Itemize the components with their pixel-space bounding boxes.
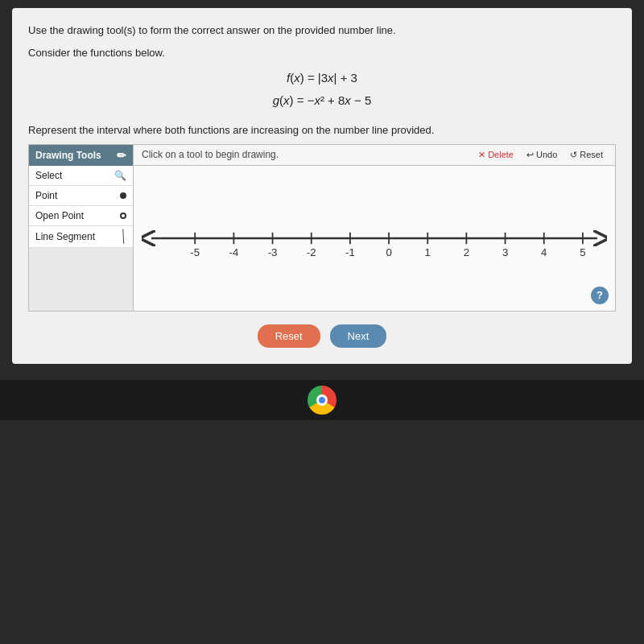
point-icon bbox=[120, 190, 126, 201]
toolbar-buttons: ✕ Delete ↩ Undo ↺ Reset bbox=[474, 148, 607, 162]
svg-text:-2: -2 bbox=[307, 246, 316, 258]
chrome-logo bbox=[308, 386, 336, 415]
tool-line-segment-label: Line Segment bbox=[35, 231, 95, 242]
chrome-logo-inner bbox=[316, 394, 328, 406]
svg-text:-4: -4 bbox=[229, 246, 239, 258]
tool-point-label: Point bbox=[35, 190, 57, 201]
svg-text:4: 4 bbox=[541, 246, 547, 258]
line-segment-icon: ╱ bbox=[118, 229, 130, 244]
delete-label: Delete bbox=[488, 150, 514, 159]
number-line-container[interactable]: -5 -4 -3 -2 -1 bbox=[134, 166, 615, 311]
canvas-toolbar: Click on a tool to begin drawing. ✕ Dele… bbox=[134, 145, 615, 166]
reset-toolbar-button[interactable]: ↺ Reset bbox=[566, 148, 607, 162]
svg-text:-5: -5 bbox=[190, 246, 200, 258]
tools-panel: Drawing Tools ✏ Select 🔍 Point Open Poin… bbox=[29, 145, 134, 311]
pencil-icon: ✏ bbox=[117, 149, 126, 162]
bottom-buttons: Reset Next bbox=[28, 324, 616, 348]
delete-button[interactable]: ✕ Delete bbox=[474, 148, 518, 162]
content-card: Use the drawing tool(s) to form the corr… bbox=[12, 8, 632, 364]
chrome-bar bbox=[0, 380, 644, 420]
svg-text:5: 5 bbox=[580, 246, 585, 258]
tool-select-label: Select bbox=[35, 170, 62, 181]
tool-open-point[interactable]: Open Point bbox=[29, 206, 133, 226]
svg-text:-3: -3 bbox=[268, 246, 278, 258]
instruction-text: Use the drawing tool(s) to form the corr… bbox=[28, 23, 616, 39]
undo-icon: ↩ bbox=[526, 150, 534, 160]
tool-open-point-label: Open Point bbox=[35, 210, 84, 221]
tools-header-label: Drawing Tools bbox=[35, 150, 101, 161]
tool-point[interactable]: Point bbox=[29, 186, 133, 206]
next-button[interactable]: Next bbox=[330, 324, 387, 348]
undo-button[interactable]: ↩ Undo bbox=[522, 148, 561, 162]
number-line-svg: -5 -4 -3 -2 -1 bbox=[142, 206, 607, 270]
tools-header: Drawing Tools ✏ bbox=[29, 145, 133, 166]
open-point-icon bbox=[120, 210, 126, 221]
represent-text: Represent the interval where both functi… bbox=[28, 124, 616, 136]
svg-text:-1: -1 bbox=[345, 246, 355, 258]
reset-toolbar-label: Reset bbox=[580, 150, 603, 159]
drawing-area: Drawing Tools ✏ Select 🔍 Point Open Poin… bbox=[28, 144, 616, 312]
canvas-hint: Click on a tool to begin drawing. bbox=[142, 149, 474, 160]
consider-text: Consider the functions below. bbox=[28, 47, 616, 59]
svg-text:2: 2 bbox=[464, 246, 469, 258]
tool-select[interactable]: Select 🔍 bbox=[29, 166, 133, 186]
svg-text:0: 0 bbox=[386, 246, 391, 258]
svg-text:3: 3 bbox=[502, 246, 508, 258]
math-block: f(x) = |3x| + 3 g(x) = −x² + 8x − 5 bbox=[28, 67, 616, 113]
help-button[interactable]: ? bbox=[591, 287, 609, 304]
canvas-area: Click on a tool to begin drawing. ✕ Dele… bbox=[134, 145, 615, 311]
tool-line-segment[interactable]: Line Segment ╱ bbox=[29, 226, 133, 248]
delete-icon: ✕ bbox=[478, 150, 485, 160]
function1-display: f(x) = |3x| + 3 bbox=[28, 67, 616, 90]
reset-icon: ↺ bbox=[570, 150, 577, 160]
function2-display: g(x) = −x² + 8x − 5 bbox=[28, 89, 616, 113]
svg-text:1: 1 bbox=[425, 246, 431, 258]
undo-label: Undo bbox=[536, 150, 557, 159]
select-icon: 🔍 bbox=[114, 170, 126, 181]
help-label: ? bbox=[597, 289, 603, 301]
reset-button[interactable]: Reset bbox=[258, 324, 320, 348]
